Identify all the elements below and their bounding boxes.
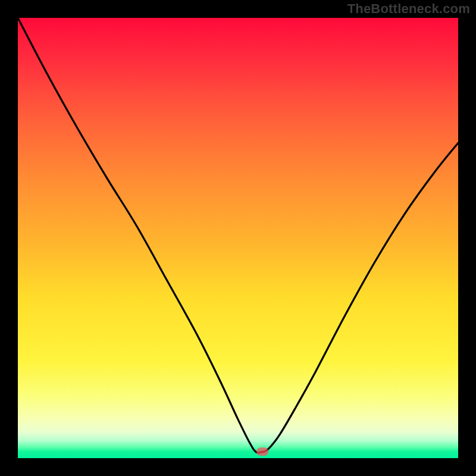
plot-area bbox=[18, 18, 458, 458]
bottleneck-curve bbox=[18, 18, 458, 453]
curve-svg bbox=[18, 18, 458, 458]
optimum-marker bbox=[256, 447, 268, 456]
chart-frame: TheBottleneck.com bbox=[0, 0, 476, 476]
watermark-text: TheBottleneck.com bbox=[347, 1, 470, 17]
